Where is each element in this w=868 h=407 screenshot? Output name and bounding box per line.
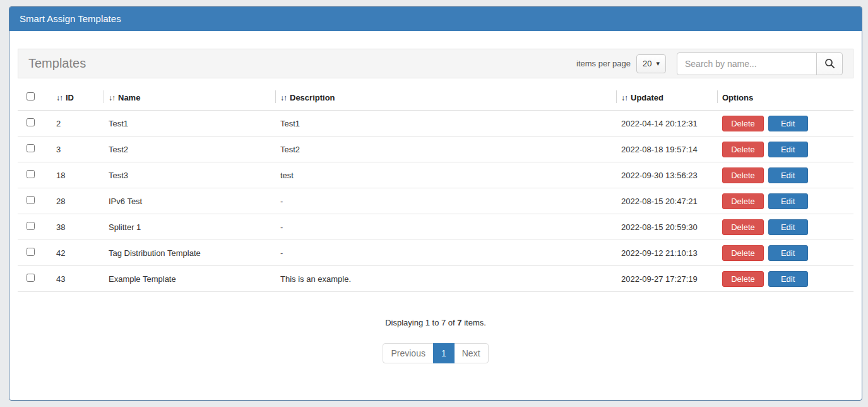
items-per-page-label: items per page: [576, 59, 631, 68]
items-per-page-value: 20: [643, 59, 651, 68]
search-input[interactable]: [677, 52, 817, 75]
row-id: 3: [51, 137, 104, 162]
delete-button[interactable]: Delete: [722, 193, 764, 209]
row-options-cell: Delete Edit: [717, 214, 853, 240]
sort-icon[interactable]: ↓↑: [621, 94, 627, 102]
row-updated: 2022-09-27 17:27:19: [616, 266, 717, 292]
sort-icon[interactable]: ↓↑: [56, 94, 62, 102]
column-header-description[interactable]: ↓↑Description: [275, 85, 616, 111]
row-select-cell: [18, 188, 51, 214]
row-checkbox[interactable]: [27, 144, 35, 152]
summary-total: 7: [457, 318, 461, 327]
table-row: 28 IPv6 Test - 2022-08-15 20:47:21 Delet…: [18, 188, 853, 214]
row-select-cell: [18, 162, 51, 188]
row-options-cell: Delete Edit: [717, 162, 853, 188]
delete-button[interactable]: Delete: [722, 245, 764, 261]
row-id: 42: [51, 240, 104, 266]
templates-panel: Smart Assign Templates Templates items p…: [9, 6, 862, 401]
delete-button[interactable]: Delete: [722, 219, 764, 235]
column-header-id[interactable]: ↓↑ID: [51, 85, 104, 111]
panel-body: Templates items per page 20 ▾: [9, 31, 862, 363]
row-description: -: [275, 188, 616, 214]
next-page-button[interactable]: Next: [454, 343, 489, 363]
row-checkbox[interactable]: [27, 222, 35, 230]
previous-page-button[interactable]: Previous: [383, 343, 433, 363]
row-id: 18: [51, 162, 104, 188]
row-select-cell: [18, 137, 51, 162]
row-name: Splitter 1: [104, 214, 275, 240]
section-heading: Templates: [28, 56, 86, 71]
delete-button[interactable]: Delete: [722, 271, 764, 287]
row-options-cell: Delete Edit: [717, 240, 853, 266]
search-group: [677, 52, 843, 75]
sort-icon[interactable]: ↓↑: [109, 94, 115, 102]
row-id: 2: [51, 111, 104, 137]
edit-button[interactable]: Edit: [768, 219, 808, 235]
select-all-checkbox[interactable]: [27, 92, 35, 100]
table-row: 18 Test3 test 2022-09-30 13:56:23 Delete…: [18, 162, 853, 188]
page-1-button[interactable]: 1: [433, 343, 455, 363]
row-name: Example Template: [104, 266, 275, 292]
row-description: Test2: [275, 137, 616, 162]
row-description: This is an example.: [275, 266, 616, 292]
edit-button[interactable]: Edit: [768, 167, 808, 183]
row-description: Test1: [275, 111, 616, 137]
delete-button[interactable]: Delete: [722, 142, 764, 157]
row-description: test: [275, 162, 616, 188]
row-updated: 2022-08-15 20:47:21: [616, 188, 717, 214]
row-options-cell: Delete Edit: [717, 137, 853, 162]
row-updated: 2022-08-15 20:59:30: [616, 214, 717, 240]
results-summary: Displaying 1 to 7 of 7 items.: [18, 318, 853, 327]
row-description: -: [275, 240, 616, 266]
row-checkbox[interactable]: [27, 248, 35, 256]
delete-button[interactable]: Delete: [722, 167, 764, 183]
row-name: Test1: [104, 111, 275, 137]
delete-button[interactable]: Delete: [722, 116, 764, 131]
row-select-cell: [18, 111, 51, 137]
row-checkbox[interactable]: [27, 118, 35, 126]
row-description: -: [275, 214, 616, 240]
column-header-name[interactable]: ↓↑Name: [104, 85, 275, 111]
pagination: Previous 1 Next: [18, 343, 853, 363]
templates-table: ↓↑ID ↓↑Name ↓↑Description ↓↑Updated Opti…: [18, 85, 853, 292]
search-icon: [824, 58, 835, 69]
edit-button[interactable]: Edit: [768, 193, 808, 209]
search-button[interactable]: [816, 52, 843, 75]
table-row: 38 Splitter 1 - 2022-08-15 20:59:30 Dele…: [18, 214, 853, 240]
edit-button[interactable]: Edit: [768, 271, 808, 287]
row-select-cell: [18, 214, 51, 240]
row-updated: 2022-09-12 21:10:13: [616, 240, 717, 266]
table-header-row: ↓↑ID ↓↑Name ↓↑Description ↓↑Updated Opti…: [18, 85, 853, 111]
sort-icon[interactable]: ↓↑: [280, 94, 287, 102]
page-title: Smart Assign Templates: [9, 7, 862, 31]
row-id: 28: [51, 188, 104, 214]
edit-button[interactable]: Edit: [768, 142, 808, 157]
column-header-updated[interactable]: ↓↑Updated: [616, 85, 717, 111]
summary-prefix: Displaying 1 to 7 of: [385, 318, 457, 327]
row-updated: 2022-09-30 13:56:23: [616, 162, 717, 188]
row-id: 43: [51, 266, 104, 292]
row-id: 38: [51, 214, 104, 240]
table-body: 2 Test1 Test1 2022-04-14 20:12:31 Delete…: [18, 111, 853, 292]
row-options-cell: Delete Edit: [717, 188, 853, 214]
row-options-cell: Delete Edit: [717, 111, 853, 137]
row-updated: 2022-04-14 20:12:31: [616, 111, 717, 137]
table-row: 42 Tag Distribution Template - 2022-09-1…: [18, 240, 853, 266]
table-row: 3 Test2 Test2 2022-08-18 19:57:14 Delete…: [18, 137, 853, 162]
row-select-cell: [18, 240, 51, 266]
row-updated: 2022-08-18 19:57:14: [616, 137, 717, 162]
row-checkbox[interactable]: [27, 274, 35, 282]
row-name: IPv6 Test: [104, 188, 275, 214]
edit-button[interactable]: Edit: [768, 116, 808, 131]
column-header-options: Options: [717, 85, 853, 111]
row-name: Test3: [104, 162, 275, 188]
items-per-page-select[interactable]: 20 ▾: [636, 54, 666, 73]
row-name: Test2: [104, 137, 275, 162]
table-row: 43 Example Template This is an example. …: [18, 266, 853, 292]
edit-button[interactable]: Edit: [768, 245, 808, 261]
row-name: Tag Distribution Template: [104, 240, 275, 266]
row-select-cell: [18, 266, 51, 292]
select-all-cell: [18, 85, 51, 111]
row-checkbox[interactable]: [27, 196, 35, 204]
row-checkbox[interactable]: [27, 170, 35, 178]
